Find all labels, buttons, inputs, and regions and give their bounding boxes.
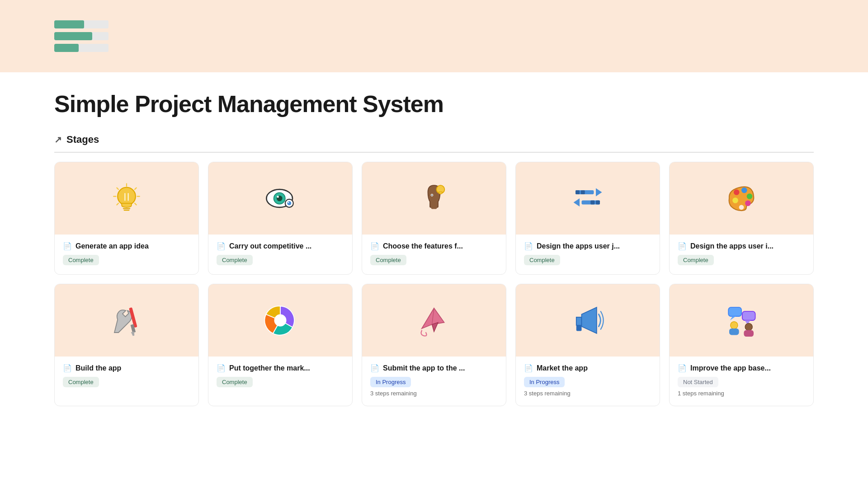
stages-section-header: ↗ Stages: [54, 134, 814, 153]
svg-point-31: [734, 189, 740, 195]
card-market-body: 📄 Market the app In Progress 3 steps rem…: [516, 357, 660, 406]
card-features[interactable]: 📄 Choose the features f... Complete: [362, 162, 506, 275]
card-journey2-badge: Complete: [678, 255, 714, 265]
svg-rect-53: [744, 330, 754, 337]
card-features-image: [362, 162, 506, 235]
card-idea-badge: Complete: [63, 255, 99, 265]
card-journey1-title-row: 📄 Design the apps user j...: [524, 242, 651, 250]
card-journey2-title: Design the apps user i...: [690, 242, 774, 250]
card-build-body: 📄 Build the app Complete: [55, 357, 198, 396]
head-icon: [414, 178, 454, 219]
stages-section-title: Stages: [66, 134, 99, 145]
card-market-badge: In Progress: [524, 377, 565, 387]
doc-icon: 📄: [63, 364, 72, 372]
doc-icon: 📄: [63, 242, 72, 250]
svg-point-18: [288, 202, 289, 203]
main-content: Simple Project Management System ↗ Stage…: [0, 72, 868, 442]
card-submit[interactable]: 📄 Submit the app to the ... In Progress …: [362, 284, 506, 406]
doc-icon: 📄: [678, 242, 687, 250]
card-improve-steps: 1 steps remaining: [678, 390, 805, 397]
card-competitive[interactable]: 📄 Carry out competitive ... Complete: [208, 162, 353, 275]
megaphone-icon: [567, 300, 608, 341]
card-marketing-title: Put together the mark...: [229, 364, 310, 372]
card-marketing-body: 📄 Put together the mark... Complete: [208, 357, 352, 396]
doc-icon: 📄: [217, 364, 226, 372]
users-icon: [721, 300, 762, 341]
card-build-title-row: 📄 Build the app: [63, 364, 190, 372]
cards-row-2: 📄 Build the app Complete: [54, 284, 814, 406]
card-improve-badge: Not Started: [678, 377, 718, 387]
card-journey1[interactable]: 📄 Design the apps user j... Complete: [515, 162, 660, 275]
svg-rect-46: [728, 307, 741, 316]
plane-icon: [414, 300, 454, 341]
card-competitive-title-row: 📄 Carry out competitive ...: [217, 242, 344, 250]
svg-rect-30: [590, 201, 594, 205]
card-improve-title: Improve the app base...: [690, 364, 771, 372]
cards-row-1: 📄 Generate an app idea Complete: [54, 162, 814, 275]
doc-icon: 📄: [524, 242, 533, 250]
card-submit-steps: 3 steps remaining: [370, 390, 498, 397]
card-idea-title: Generate an app idea: [75, 242, 149, 250]
svg-line-4: [117, 188, 118, 190]
card-idea[interactable]: 📄 Generate an app idea Complete: [54, 162, 199, 275]
svg-rect-45: [576, 325, 582, 331]
svg-rect-27: [576, 190, 580, 194]
card-build-badge: Complete: [63, 377, 99, 387]
doc-icon: 📄: [678, 364, 687, 372]
card-competitive-image: [208, 162, 352, 235]
card-improve-title-row: 📄 Improve the app base...: [678, 364, 805, 372]
svg-rect-51: [729, 328, 739, 335]
svg-line-9: [135, 203, 137, 205]
card-market-title-row: 📄 Market the app: [524, 364, 651, 372]
card-build[interactable]: 📄 Build the app Complete: [54, 284, 199, 406]
card-market-image: [516, 284, 660, 357]
card-idea-body: 📄 Generate an app idea Complete: [55, 235, 198, 274]
card-market-title: Market the app: [537, 364, 588, 372]
svg-point-0: [118, 188, 136, 206]
card-journey2-title-row: 📄 Design the apps user i...: [678, 242, 805, 250]
doc-icon: 📄: [370, 364, 379, 372]
svg-rect-48: [742, 311, 755, 320]
card-build-image: [55, 284, 198, 357]
page-title: Simple Project Management System: [54, 90, 814, 117]
card-submit-body: 📄 Submit the app to the ... In Progress …: [362, 357, 506, 406]
logo-bar-3: [54, 44, 108, 52]
card-marketing-title-row: 📄 Put together the mark...: [217, 364, 344, 372]
doc-icon: 📄: [370, 242, 379, 250]
card-market[interactable]: 📄 Market the app In Progress 3 steps rem…: [515, 284, 660, 406]
svg-point-34: [745, 201, 751, 206]
tools-icon: [106, 300, 147, 341]
svg-point-32: [741, 188, 747, 193]
svg-point-52: [745, 323, 752, 330]
card-journey2-body: 📄 Design the apps user i... Complete: [670, 235, 813, 274]
svg-point-50: [731, 322, 738, 329]
section-arrow-icon: ↗: [54, 134, 62, 145]
card-journey2[interactable]: 📄 Design the apps user i... Complete: [669, 162, 814, 275]
card-improve-image: [670, 284, 813, 357]
card-marketing[interactable]: 📄 Put together the mark... Complete: [208, 284, 353, 406]
svg-line-5: [135, 188, 137, 190]
card-improve[interactable]: 📄 Improve the app base... Not Started 1 …: [669, 284, 814, 406]
card-competitive-title: Carry out competitive ...: [229, 242, 311, 250]
arrows-icon: [567, 178, 608, 219]
bulb-icon: [106, 178, 147, 219]
svg-line-8: [117, 203, 118, 205]
card-market-steps: 3 steps remaining: [524, 390, 651, 397]
svg-rect-28: [581, 190, 585, 194]
card-journey2-image: [670, 162, 813, 235]
svg-point-17: [287, 201, 291, 205]
svg-marker-24: [596, 188, 602, 197]
svg-point-22: [431, 194, 433, 196]
eye-icon: [260, 178, 301, 219]
card-marketing-image: [208, 284, 352, 357]
header-banner: [0, 0, 868, 72]
card-features-body: 📄 Choose the features f... Complete: [362, 235, 506, 274]
svg-point-35: [732, 197, 738, 203]
card-competitive-badge: Complete: [217, 255, 253, 265]
card-submit-title: Submit the app to the ...: [383, 364, 465, 372]
svg-point-15: [277, 196, 279, 198]
card-features-badge: Complete: [370, 255, 406, 265]
logo-bar-1: [54, 20, 108, 28]
piechart-icon: [260, 300, 301, 341]
logo-icon: [54, 20, 108, 52]
